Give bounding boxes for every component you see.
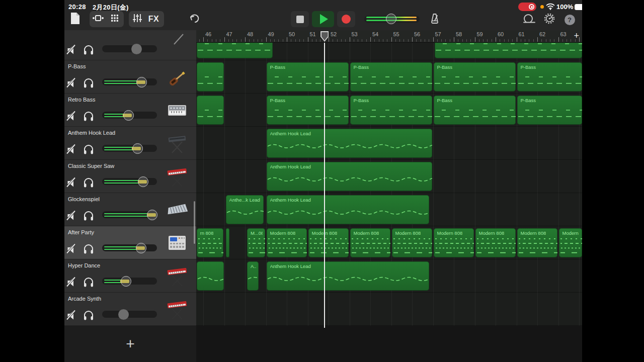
ruler-tick bbox=[303, 39, 304, 42]
mute-button[interactable] bbox=[66, 243, 78, 255]
add-track-button[interactable]: + bbox=[120, 334, 140, 354]
midi-region[interactable]: rn 808 bbox=[197, 228, 224, 257]
metronome-button[interactable] bbox=[427, 12, 443, 27]
track-header-row[interactable]: Arcade Synth bbox=[64, 293, 196, 326]
midi-region[interactable]: P-Bass bbox=[267, 62, 349, 92]
track-volume-knob[interactable] bbox=[123, 110, 134, 121]
midi-region[interactable] bbox=[197, 96, 224, 125]
solo-monitor-button[interactable] bbox=[83, 243, 95, 255]
midi-region[interactable]: Modern 808 bbox=[350, 228, 391, 257]
midi-region[interactable]: P-Bass bbox=[434, 96, 516, 125]
midi-region[interactable]: P-Bass bbox=[350, 62, 433, 92]
stop-button[interactable] bbox=[291, 11, 309, 27]
track-volume-knob[interactable] bbox=[136, 243, 146, 253]
solo-monitor-button[interactable] bbox=[83, 77, 95, 89]
midi-region[interactable]: Modern 808 bbox=[475, 228, 516, 257]
track-header-row[interactable]: After Party bbox=[64, 226, 196, 259]
grid-view-button[interactable] bbox=[106, 11, 123, 27]
ruler-tick bbox=[283, 39, 283, 42]
track-header-row[interactable]: Classic Super Saw bbox=[64, 160, 196, 193]
track-volume-knob[interactable] bbox=[136, 77, 147, 87]
track-volume-knob[interactable] bbox=[121, 276, 131, 287]
undo-button[interactable] bbox=[186, 12, 202, 27]
instrument-icon-button[interactable] bbox=[165, 166, 189, 190]
instrument-icon-button[interactable] bbox=[165, 100, 189, 124]
midi-region[interactable] bbox=[197, 62, 224, 92]
midi-region[interactable]: A...d bbox=[247, 261, 259, 291]
midi-region[interactable]: Modern 808 bbox=[434, 228, 474, 257]
playhead-line[interactable] bbox=[324, 41, 325, 328]
solo-monitor-button[interactable] bbox=[83, 110, 95, 122]
mute-button[interactable] bbox=[66, 176, 78, 189]
track-volume-knob[interactable] bbox=[138, 176, 148, 187]
timeline-area[interactable]: P-BassP-BassP-BassP-BassP-BassP-BassP-Ba… bbox=[196, 30, 582, 362]
instrument-icon-button[interactable] bbox=[165, 33, 189, 57]
instrument-icon-button[interactable] bbox=[165, 199, 189, 223]
instrument-icon-button[interactable] bbox=[165, 232, 189, 256]
midi-region[interactable]: Modern 808 bbox=[559, 228, 583, 257]
settings-button[interactable] bbox=[541, 12, 557, 27]
midi-region[interactable]: Anthem Hook Lead bbox=[267, 129, 433, 158]
record-button[interactable] bbox=[337, 11, 355, 27]
midi-region[interactable]: P-Bass bbox=[517, 62, 583, 92]
track-volume-knob[interactable] bbox=[132, 143, 143, 154]
midi-region[interactable]: Modern 808 bbox=[267, 228, 307, 257]
solo-monitor-button[interactable] bbox=[83, 143, 95, 155]
track-panel-scrollbar[interactable] bbox=[194, 201, 195, 244]
midi-region[interactable]: Anthem Hook Lead bbox=[267, 261, 429, 291]
instrument-icon-button[interactable] bbox=[165, 66, 189, 90]
fx-button[interactable]: FX bbox=[145, 11, 162, 27]
master-volume-slider[interactable] bbox=[366, 14, 418, 24]
midi-region[interactable]: Modern 808 bbox=[392, 228, 433, 257]
mixer-button[interactable] bbox=[129, 11, 145, 27]
track-volume-knob[interactable] bbox=[131, 44, 142, 54]
midi-region[interactable]: Modern 808 bbox=[308, 228, 349, 257]
track-header-row[interactable]: Hyper Dance bbox=[64, 259, 196, 293]
track-header-row[interactable]: Anthem Hook Lead bbox=[64, 127, 196, 160]
midi-region[interactable]: P-Bass bbox=[517, 96, 583, 125]
midi-region[interactable]: Anthe...k Lead bbox=[226, 195, 264, 224]
instrument-icon-button[interactable] bbox=[165, 265, 189, 290]
midi-region[interactable]: P-Bass bbox=[434, 62, 516, 92]
mute-button[interactable] bbox=[66, 309, 78, 321]
midi-region[interactable] bbox=[197, 261, 224, 291]
mute-button[interactable] bbox=[66, 110, 78, 122]
track-header-row[interactable]: Retro Bass bbox=[64, 94, 196, 127]
mute-button[interactable] bbox=[66, 143, 78, 155]
midi-region[interactable]: M...08 bbox=[247, 228, 265, 257]
instrument-icon-button[interactable] bbox=[165, 299, 189, 323]
tracks-view-button[interactable] bbox=[90, 11, 106, 27]
play-button[interactable] bbox=[312, 11, 334, 27]
ruler-tick bbox=[508, 39, 509, 42]
solo-monitor-button[interactable] bbox=[83, 44, 95, 56]
solo-monitor-button[interactable] bbox=[83, 276, 95, 288]
mute-button[interactable] bbox=[66, 44, 78, 56]
track-volume-knob[interactable] bbox=[118, 309, 129, 320]
ruler-add-button[interactable]: + bbox=[574, 31, 579, 41]
solo-monitor-button[interactable] bbox=[83, 309, 95, 321]
mute-button[interactable] bbox=[66, 210, 78, 222]
track-header-row[interactable]: P-Bass bbox=[64, 60, 196, 94]
track-header-row[interactable] bbox=[64, 30, 196, 60]
track-volume-knob[interactable] bbox=[147, 210, 157, 220]
help-button[interactable]: ? bbox=[561, 12, 578, 27]
midi-region[interactable]: Anthem Hook Lead bbox=[267, 195, 429, 224]
track-volume-slider[interactable] bbox=[64, 30, 165, 60]
ruler[interactable]: 464748495051525354555657585960616263+ bbox=[196, 30, 582, 43]
midi-region[interactable]: Anthem Hook Lead bbox=[267, 162, 433, 191]
solo-monitor-button[interactable] bbox=[83, 176, 95, 189]
midi-region[interactable]: P-Bass bbox=[350, 96, 433, 125]
mute-button[interactable] bbox=[66, 276, 78, 288]
solo-monitor-button[interactable] bbox=[83, 210, 95, 222]
midi-region[interactable]: P-Bass bbox=[267, 96, 349, 125]
loop-browser-button[interactable] bbox=[521, 12, 537, 27]
mute-button[interactable] bbox=[66, 77, 78, 89]
instrument-icon-button[interactable] bbox=[165, 133, 189, 157]
documents-button[interactable] bbox=[67, 12, 83, 27]
track-header-row[interactable]: Glockenspiel bbox=[64, 193, 196, 226]
midi-region[interactable] bbox=[226, 228, 229, 257]
recording-indicator-pill[interactable] bbox=[518, 3, 536, 11]
timeline-track-lane[interactable] bbox=[196, 293, 582, 326]
volume-knob[interactable] bbox=[386, 14, 396, 24]
midi-region[interactable]: Modern 808 bbox=[517, 228, 558, 257]
